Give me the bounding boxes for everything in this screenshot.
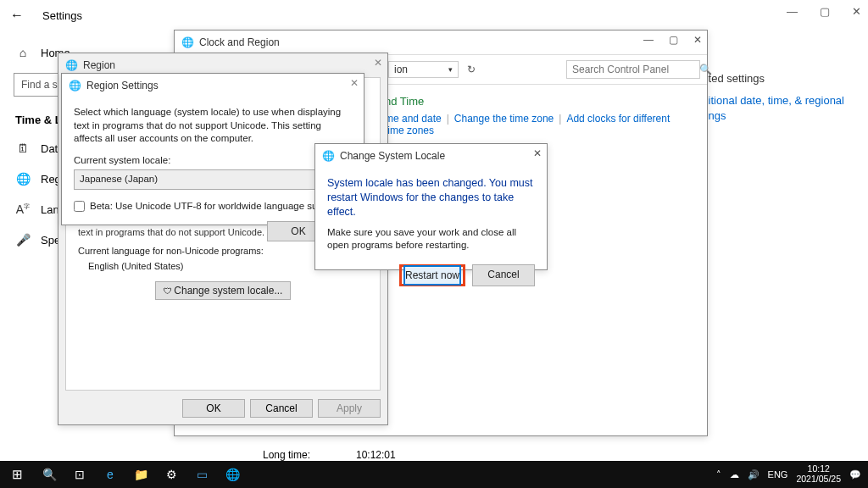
globe-icon: 🌐 [181,36,194,48]
calendar-icon: 🗓 [15,141,31,155]
dialog-title: Change System Locale [340,150,445,162]
cancel-button[interactable]: Cancel [250,399,313,418]
close-button[interactable]: ✕ [533,147,542,159]
cancel-button[interactable]: Cancel [472,264,535,287]
minimize-button[interactable]: — [643,34,654,46]
search-box[interactable]: 🔍 [566,60,700,79]
control-panel-icon[interactable]: 🌐 [217,468,248,481]
utf8-label: Beta: Use Unicode UTF-8 for worldwide la… [90,200,340,214]
globe-icon: 🌐 [15,172,31,186]
locale-label: Current system locale: [74,154,352,168]
task-view-icon[interactable]: ⊡ [64,468,95,481]
search-icon[interactable]: 🔍 [34,468,64,481]
search-input[interactable] [572,64,699,75]
minimize-button[interactable]: — [787,5,798,18]
globe-icon: 🌐 [65,59,78,71]
close-button[interactable]: ✕ [693,34,702,46]
window-title: Clock and Region [199,36,280,48]
link-set-time[interactable]: me and date [385,113,442,125]
microphone-icon: 🎤 [15,233,31,247]
long-time-label: Long time: [263,449,356,461]
globe-icon: 🌐 [322,150,335,162]
restart-message: System locale has been changed. You must… [327,176,535,219]
utf8-checkbox[interactable] [74,201,85,212]
change-locale-button[interactable]: Change system locale... [155,281,291,300]
window-controls: — ▢ ✕ [787,5,861,18]
change-locale-dialog: 🌐 Change System Locale ✕ System locale h… [314,143,548,270]
breadcrumb-dropdown[interactable]: ion▾ [388,61,459,78]
close-button[interactable]: ✕ [350,77,359,89]
refresh-button[interactable]: ↻ [467,64,476,75]
search-icon: 🔍 [699,64,712,75]
back-button[interactable]: ← [10,8,24,23]
close-button[interactable]: ✕ [374,57,382,69]
app-icon[interactable]: ▭ [186,468,217,481]
ok-button[interactable]: OK [182,399,245,418]
locale-dropdown[interactable]: Japanese (Japan) ▾ [74,169,352,190]
apply-button: Apply [318,399,381,418]
tray-chevron-icon[interactable]: ˄ [716,469,721,480]
window-title: Region Settings [86,80,159,92]
volume-icon[interactable]: 🔊 [748,469,760,480]
link-timezone[interactable]: Change the time zone [454,113,554,125]
close-button[interactable]: ✕ [852,5,861,18]
tray-clock[interactable]: 10:12 2021/05/25 [796,464,841,484]
onedrive-icon[interactable]: ☁ [730,469,739,480]
save-work-message: Make sure you save your work and close a… [327,226,535,252]
window-title: Region [83,59,115,71]
restart-highlight: Restart now [399,264,465,287]
description-text: Select which language (system locale) to… [74,106,352,146]
ie-icon[interactable]: e [95,468,125,481]
chevron-down-icon: ▾ [448,65,453,74]
home-icon: ⌂ [15,46,31,59]
section-date-time: nd Time [385,95,692,108]
restart-now-button[interactable]: Restart now [403,265,461,286]
maximize-button[interactable]: ▢ [820,5,830,18]
explorer-icon[interactable]: 📁 [125,468,156,481]
taskbar: ⊞ 🔍 ⊡ e 📁 ⚙ ▭ 🌐 ˄ ☁ 🔊 ENG 10:12 2021/05/… [0,461,868,488]
language-icon: A字 [15,202,31,216]
settings-title: Settings [42,9,82,22]
start-button[interactable]: ⊞ [0,467,34,482]
maximize-button[interactable]: ▢ [669,34,678,46]
long-time-value: 10:12:01 [356,449,396,461]
related-link-regional[interactable]: itional date, time, & regionalngs [709,93,844,124]
related-settings: ted settings itional date, time, & regio… [709,72,844,124]
notifications-icon[interactable]: 💬 [849,469,861,480]
tray-lang[interactable]: ENG [768,469,788,480]
globe-icon: 🌐 [69,80,81,92]
settings-icon[interactable]: ⚙ [156,468,186,481]
